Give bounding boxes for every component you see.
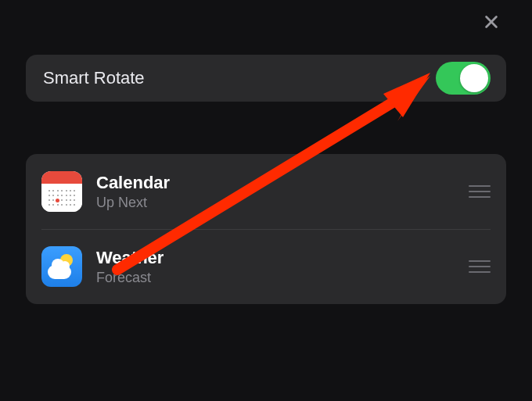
- toggle-thumb: [460, 64, 488, 92]
- smart-rotate-label: Smart Rotate: [43, 68, 145, 88]
- drag-handle-icon[interactable]: [469, 185, 491, 198]
- calendar-icon: [41, 171, 82, 212]
- item-title: Weather: [96, 248, 469, 268]
- smart-rotate-toggle[interactable]: [436, 62, 491, 95]
- smart-rotate-row: Smart Rotate: [26, 55, 506, 102]
- close-button[interactable]: [474, 6, 509, 41]
- drag-handle-icon[interactable]: [469, 260, 491, 273]
- item-subtitle: Up Next: [96, 195, 469, 211]
- close-icon: [483, 13, 500, 34]
- item-text: Calendar Up Next: [96, 173, 469, 211]
- item-text: Weather Forecast: [96, 248, 469, 286]
- widget-list: Calendar Up Next Weather Forecast: [26, 154, 506, 304]
- weather-icon: [41, 246, 82, 287]
- list-item[interactable]: Weather Forecast: [26, 229, 506, 304]
- item-subtitle: Forecast: [96, 270, 469, 286]
- list-item[interactable]: Calendar Up Next: [26, 154, 506, 229]
- item-title: Calendar: [96, 173, 469, 193]
